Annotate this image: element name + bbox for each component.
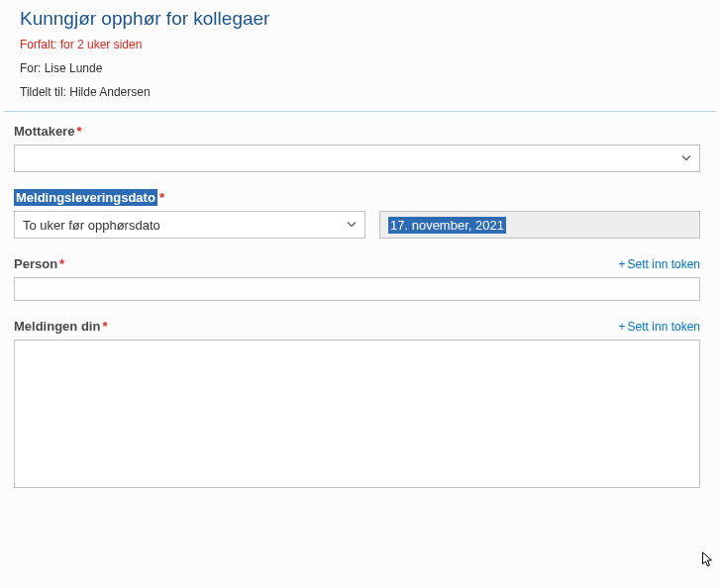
assigned-line: Tildelt til: Hilde Andersen <box>0 83 720 107</box>
overdue-text: Forfalt: for 2 uker siden <box>0 36 720 59</box>
insert-token-person[interactable]: +Sett inn token <box>619 257 700 271</box>
required-asterisk: * <box>59 256 64 271</box>
resolved-date-text: 17. november, 2021 <box>388 217 506 234</box>
insert-token-melding[interactable]: +Sett inn token <box>619 320 700 334</box>
form-area: Mottakere* Meldingsleveringsdato* To uke… <box>0 112 720 491</box>
for-line: For: Lise Lunde <box>0 59 720 83</box>
meldingsdato-select-value: To uker før opphørsdato <box>23 218 160 233</box>
resolved-date-display: 17. november, 2021 <box>379 211 700 239</box>
required-asterisk: * <box>102 319 107 334</box>
field-melding: Meldingen din* +Sett inn token <box>14 319 700 491</box>
field-mottakere: Mottakere* <box>14 124 700 172</box>
field-person: Person* +Sett inn token <box>14 256 700 301</box>
mottakere-select[interactable] <box>14 145 700 172</box>
melding-textarea[interactable] <box>14 340 700 488</box>
required-asterisk: * <box>159 190 164 205</box>
chevron-down-icon <box>347 218 357 233</box>
field-meldingsdato: Meldingsleveringsdato* To uker før opphø… <box>14 190 700 239</box>
meldingsdato-label: Meldingsleveringsdato <box>14 189 157 206</box>
mouse-cursor-icon <box>701 551 714 572</box>
page-title: Kunngjør opphør for kollegaer <box>0 0 720 36</box>
meldingsdato-select[interactable]: To uker før opphørsdato <box>14 211 365 239</box>
melding-label: Meldingen din <box>14 319 100 334</box>
chevron-down-icon <box>681 151 691 166</box>
mottakere-label: Mottakere <box>14 124 74 139</box>
required-asterisk: * <box>76 124 81 139</box>
person-input[interactable] <box>14 277 700 301</box>
person-label: Person <box>14 256 57 271</box>
